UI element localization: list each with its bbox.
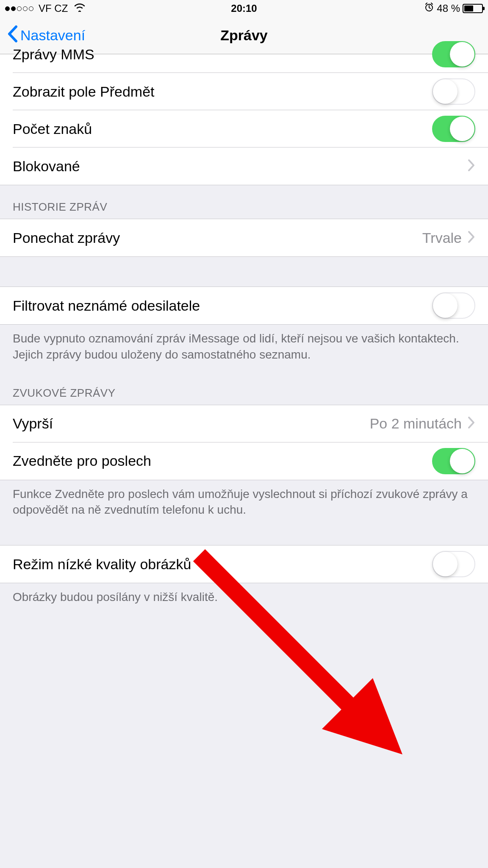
toggle-subject-field[interactable] (432, 78, 475, 105)
row-char-count[interactable]: Počet znaků (0, 110, 488, 147)
wifi-icon (74, 3, 86, 14)
row-low-quality-images[interactable]: Režim nízké kvality obrázků (0, 545, 488, 583)
row-label: Počet znaků (13, 121, 92, 137)
section-footer-audio: Funkce Zvedněte pro poslech vám umožňuje… (0, 480, 488, 527)
toggle-raise-to-listen[interactable] (432, 448, 475, 474)
section-header-audio: ZVUKOVÉ ZPRÁVY (0, 371, 488, 405)
row-value: Po 2 minutách (370, 415, 462, 432)
history-section: Ponechat zprávy Trvale (0, 219, 488, 257)
row-label: Blokované (13, 158, 80, 175)
row-filter-unknown[interactable]: Filtrovat neznámé odesilatele (0, 287, 488, 324)
row-label: Zvedněte pro poslech (13, 453, 151, 469)
status-left: VF CZ (5, 3, 86, 14)
carrier-label: VF CZ (39, 3, 68, 14)
alarm-icon (424, 2, 434, 15)
row-label: Zprávy MMS (13, 46, 94, 63)
svg-marker-3 (322, 678, 402, 754)
row-subject-field[interactable]: Zobrazit pole Předmět (0, 73, 488, 110)
row-blocked[interactable]: Blokované (0, 147, 488, 185)
battery-percent: 48 % (437, 3, 460, 14)
chevron-right-icon (468, 157, 475, 175)
toggle-char-count[interactable] (432, 116, 475, 142)
section-footer-filter: Bude vypnuto oznamování zpráv iMessage o… (0, 325, 488, 371)
section-header-history: HISTORIE ZPRÁV (0, 185, 488, 219)
row-raise-to-listen[interactable]: Zvedněte pro poslech (0, 442, 488, 480)
chevron-right-icon (468, 229, 475, 247)
battery-icon (463, 4, 483, 13)
chevron-right-icon (468, 415, 475, 433)
status-right: 48 % (424, 2, 483, 15)
status-bar: VF CZ 20:10 48 % (0, 0, 488, 17)
row-label: Vyprší (13, 415, 53, 432)
toggle-filter-unknown[interactable] (432, 292, 475, 319)
row-mms[interactable]: Zprávy MMS (0, 36, 488, 73)
audio-section: Vyprší Po 2 minutách Zvedněte pro poslec… (0, 405, 488, 480)
sms-mms-section: Zprávy MMS Zobrazit pole Předmět Počet z… (0, 36, 488, 185)
section-footer-lowq: Obrázky budou posílány v nižší kvalitě. (0, 583, 488, 614)
filter-section: Filtrovat neznámé odesilatele (0, 287, 488, 325)
toggle-mms[interactable] (432, 41, 475, 67)
toggle-low-quality-images[interactable] (432, 551, 475, 577)
svg-marker-2 (330, 687, 385, 742)
status-time: 20:10 (231, 3, 257, 14)
low-quality-section: Režim nízké kvality obrázků (0, 545, 488, 583)
signal-strength-icon (5, 6, 33, 11)
row-keep-messages[interactable]: Ponechat zprávy Trvale (0, 219, 488, 256)
row-label: Zobrazit pole Předmět (13, 83, 155, 100)
row-expire[interactable]: Vyprší Po 2 minutách (0, 405, 488, 442)
row-label: Ponechat zprávy (13, 230, 120, 246)
row-label: Režim nízké kvality obrázků (13, 556, 191, 573)
row-label: Filtrovat neznámé odesilatele (13, 298, 200, 314)
row-value: Trvale (422, 230, 462, 246)
